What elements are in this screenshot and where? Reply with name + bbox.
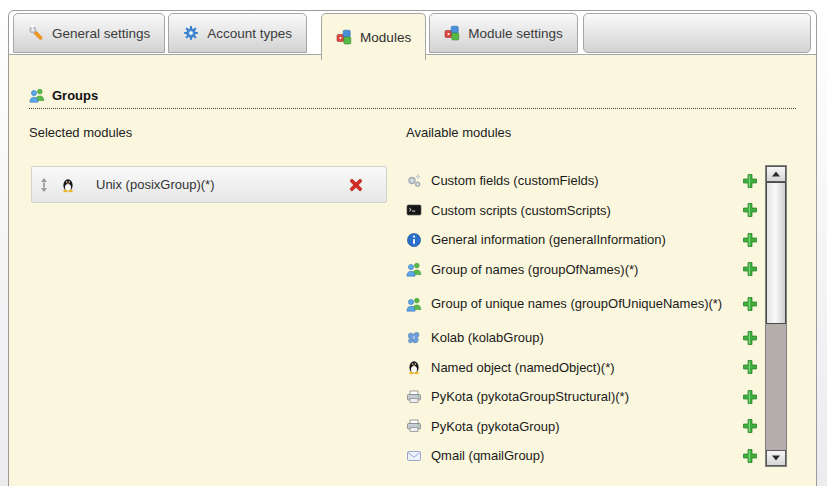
groups-icon [29, 87, 45, 103]
module-label: Custom fields (customFields) [431, 173, 742, 188]
add-module-button[interactable] [742, 448, 758, 464]
tab-label: General settings [52, 26, 150, 41]
module-label: Named object (namedObject)(*) [431, 360, 742, 375]
selected-module-label: Unix (posixGroup)(*) [96, 177, 214, 192]
terminal-icon [406, 202, 422, 218]
tab-label: Module settings [468, 26, 563, 41]
tab-general-settings[interactable]: General settings [13, 13, 165, 53]
scrollbar-thumb[interactable] [766, 182, 786, 324]
add-module-button[interactable] [742, 418, 758, 434]
selected-modules-heading: Selected modules [29, 125, 406, 140]
tux-icon [406, 359, 422, 375]
delete-x-icon [348, 177, 364, 193]
kolab-icon [406, 330, 422, 346]
available-modules-scrollbar[interactable] [765, 165, 787, 467]
modules-icon [336, 29, 352, 45]
available-module-row: General information (generalInformation) [406, 225, 758, 255]
add-module-button[interactable] [742, 330, 758, 346]
tux-icon [60, 177, 76, 193]
module-label: PyKota (pykotaGroup) [431, 419, 742, 434]
add-plus-icon [742, 296, 758, 312]
available-module-row: Group of unique names (groupOfUniqueName… [406, 284, 758, 323]
gear-icon [183, 25, 199, 41]
mail-icon [406, 448, 422, 464]
add-plus-icon [742, 330, 758, 346]
scroll-down-button[interactable] [766, 450, 786, 466]
gears-icon [406, 173, 422, 189]
section-title: Groups [52, 88, 98, 103]
add-plus-icon [742, 202, 758, 218]
group-icon [406, 296, 422, 312]
module-label: Qmail (qmailGroup) [431, 448, 742, 463]
info-icon [406, 232, 422, 248]
add-plus-icon [742, 359, 758, 375]
module-label: PyKota (pykotaGroupStructural)(*) [431, 389, 742, 404]
module-label: Kolab (kolabGroup) [431, 330, 742, 345]
add-module-button[interactable] [742, 173, 758, 189]
module-label: Group of unique names (groupOfUniqueName… [431, 296, 742, 311]
available-modules-heading: Available modules [406, 125, 796, 140]
tab-label: Modules [360, 30, 411, 45]
add-module-button[interactable] [742, 359, 758, 375]
tab-bar-filler [583, 13, 811, 53]
add-plus-icon [742, 418, 758, 434]
printer-icon [406, 389, 422, 405]
add-plus-icon [742, 448, 758, 464]
modules-panel: Groups Selected modules [9, 54, 816, 486]
triangle-up-icon [772, 172, 780, 177]
tab-account-types[interactable]: Account types [168, 13, 307, 53]
available-module-row: PyKota (pykotaGroupStructural)(*) [406, 382, 758, 412]
selected-module-row[interactable]: Unix (posixGroup)(*) [31, 166, 387, 203]
triangle-down-icon [772, 456, 780, 461]
config-window: General settings Account types [8, 10, 817, 486]
add-plus-icon [742, 232, 758, 248]
group-icon [406, 261, 422, 277]
add-module-button[interactable] [742, 232, 758, 248]
add-plus-icon [742, 261, 758, 277]
add-plus-icon [742, 173, 758, 189]
add-module-button[interactable] [742, 261, 758, 277]
available-module-row: Custom fields (customFields) [406, 166, 758, 196]
wrench-icon [28, 25, 44, 41]
available-modules-list: Custom fields (customFields) [406, 166, 758, 471]
tab-label: Account types [207, 26, 292, 41]
add-module-button[interactable] [742, 389, 758, 405]
module-label: Group of names (groupOfNames)(*) [431, 262, 742, 277]
available-modules-column: Available modules [406, 125, 796, 471]
tab-modules[interactable]: Modules [321, 13, 426, 60]
available-module-row: Custom scripts (customScripts) [406, 196, 758, 226]
tab-module-settings[interactable]: Module settings [429, 13, 578, 53]
modules-icon [444, 25, 460, 41]
selected-modules-column: Selected modules [29, 125, 406, 471]
module-label: Custom scripts (customScripts) [431, 203, 742, 218]
tab-bar: General settings Account types [9, 11, 816, 54]
drag-handle-icon[interactable] [40, 178, 48, 192]
add-plus-icon [742, 389, 758, 405]
scroll-up-button[interactable] [766, 166, 786, 182]
groups-section-heading: Groups [29, 87, 796, 109]
available-module-row: Named object (namedObject)(*) [406, 353, 758, 383]
available-module-row: Qmail (qmailGroup) [406, 441, 758, 471]
printer-icon [406, 418, 422, 434]
available-module-row: Kolab (kolabGroup) [406, 323, 758, 353]
remove-module-button[interactable] [348, 177, 364, 193]
add-module-button[interactable] [742, 202, 758, 218]
add-module-button[interactable] [742, 296, 758, 312]
available-module-row: Group of names (groupOfNames)(*) [406, 255, 758, 285]
available-module-row: PyKota (pykotaGroup) [406, 412, 758, 442]
module-label: General information (generalInformation) [431, 232, 742, 247]
